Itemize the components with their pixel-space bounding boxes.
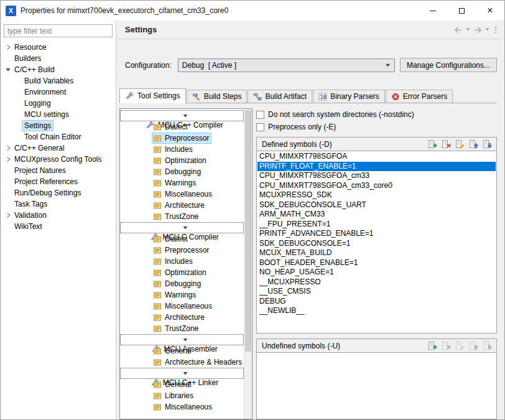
sidebar-item-mcuxpresso-config-tools[interactable]: MCUXpresso Config Tools — [1, 154, 116, 165]
tab-error-parsers[interactable]: Error Parsers — [386, 90, 453, 103]
symbol-item[interactable]: __FPU_PRESENT=1 — [257, 220, 496, 230]
symbol-item[interactable]: MCUXPRESSO_SDK — [257, 190, 496, 200]
tool-tree-item-dialect[interactable]: Dialect — [120, 233, 244, 245]
sidebar-item-c-c-general[interactable]: C/C++ General — [1, 142, 116, 154]
symbol-item[interactable]: SDK_DEBUGCONSOLE=1 — [257, 239, 496, 249]
sidebar-item-c-c-build[interactable]: C/C++ Build — [1, 64, 116, 75]
filter-input[interactable] — [4, 24, 113, 37]
tool-tree-item-optimization[interactable]: Optimization — [120, 155, 244, 166]
collapse-arrow-icon[interactable] — [180, 111, 190, 120]
edit-symbol-icon[interactable] — [455, 139, 465, 149]
move-symbol-up-icon[interactable] — [468, 139, 479, 149]
tool-tree-item-libraries[interactable]: Libraries — [120, 390, 244, 401]
tool-tree-item-miscellaneous[interactable]: Miscellaneous — [120, 401, 244, 413]
manage-configurations-button[interactable]: Manage Configurations... — [400, 58, 497, 72]
sidebar-item-validation[interactable]: Validation — [1, 210, 116, 221]
sidebar-item-mcu-settings[interactable]: MCU settings — [1, 109, 116, 120]
sidebar-item-run-debug-settings[interactable]: Run/Debug Settings — [1, 187, 116, 198]
expand-arrow-icon[interactable] — [4, 156, 12, 162]
move-symbol-down-icon[interactable] — [482, 139, 493, 149]
minimize-button[interactable] — [419, 1, 447, 21]
symbol-item[interactable]: DEBUG — [257, 297, 496, 307]
back-button[interactable] — [453, 26, 463, 34]
symbol-item[interactable]: CPU_MIMXRT798SGFOA_cm33 — [257, 171, 496, 181]
symbol-item[interactable]: CPU_MIMXRT798SGFOA_cm33_core0 — [257, 181, 496, 191]
tool-tree-item-preprocessor[interactable]: Preprocessor — [120, 245, 244, 256]
tool-tree-item-warnings[interactable]: Warnings — [120, 177, 244, 189]
tool-tree-item-includes[interactable]: Includes — [120, 256, 244, 267]
tool-tree-item-trustzone[interactable]: TrustZone — [120, 323, 244, 334]
sidebar-item-wikitext[interactable]: WikiText — [1, 221, 116, 232]
sidebar-item-task-tags[interactable]: Task Tags — [1, 198, 116, 210]
add-symbol-icon[interactable] — [427, 139, 438, 149]
sidebar-item-environment[interactable]: Environment — [1, 86, 116, 98]
sidebar-item-project-references[interactable]: Project References — [1, 176, 116, 187]
tool-tree-item-general[interactable]: General — [120, 379, 244, 390]
tab-build-steps[interactable]: Build Steps — [187, 90, 248, 103]
add-symbol-icon[interactable] — [427, 341, 438, 351]
close-button[interactable]: × — [476, 1, 504, 21]
sidebar-item-project-natures[interactable]: Project Natures — [1, 165, 116, 176]
tool-tree-item-architecture[interactable]: Architecture — [120, 200, 244, 211]
tool-tree-item-optimization[interactable]: Optimization — [120, 267, 244, 278]
configuration-select[interactable]: Debug [ Active ] — [178, 58, 395, 72]
expand-arrow-icon[interactable] — [4, 212, 12, 218]
sidebar-item-logging[interactable]: Logging — [1, 98, 116, 109]
expand-arrow-icon[interactable] — [4, 44, 12, 50]
tool-tree-item-warnings[interactable]: Warnings — [120, 289, 244, 301]
symbol-item[interactable]: ARM_MATH_CM33 — [257, 210, 496, 220]
symbol-item[interactable]: CPU_MIMXRT798SGFOA — [257, 152, 496, 162]
symbol-item[interactable]: NO_HEAP_USAGE=1 — [257, 268, 496, 278]
tool-tree-item-general[interactable]: General — [120, 345, 244, 357]
tool-tree-scrollbar[interactable] — [244, 109, 252, 419]
symbol-item[interactable]: SDK_DEBUGCONSOLE_UART — [257, 200, 496, 210]
sidebar-item-tool-chain-editor[interactable]: Tool Chain Editor — [1, 131, 116, 142]
checkbox-label[interactable]: Preprocess only (-E) — [268, 123, 336, 131]
sidebar-item-build-variables[interactable]: Build Variables — [1, 75, 116, 86]
symbol-item[interactable]: BOOT_HEADER_ENABLE=1 — [257, 258, 496, 268]
symbol-item[interactable]: MCUX_META_BUILD — [257, 248, 496, 258]
sidebar-item-builders[interactable]: Builders — [1, 53, 116, 64]
tool-tree-item-miscellaneous[interactable]: Miscellaneous — [120, 189, 244, 200]
symbol-item[interactable]: PRINTF_ADVANCED_ENABLE=1 — [257, 229, 496, 239]
tool-tree-item-mcu-c-linker[interactable]: MCU C++ Linker — [120, 368, 244, 379]
back-history-dropdown-icon[interactable] — [465, 27, 471, 32]
symbol-item[interactable]: PRINTF_FLOAT_ENABLE=1 — [257, 162, 496, 172]
collapse-arrow-icon[interactable] — [180, 335, 190, 344]
tool-tree-item-dialect[interactable]: Dialect — [120, 121, 244, 133]
delete-symbol-icon[interactable] — [441, 139, 452, 149]
symbol-item[interactable]: __MCUXPRESSO — [257, 278, 496, 287]
tool-tree-item-miscellaneous[interactable]: Miscellaneous — [120, 301, 244, 312]
tool-tree-item-architecture[interactable]: Architecture — [120, 312, 244, 323]
tool-tree-item-trustzone[interactable]: TrustZone — [120, 211, 244, 222]
tool-tree-item-mcu-assembler[interactable]: MCU Assembler — [120, 334, 244, 345]
forward-history-dropdown-icon[interactable] — [484, 27, 490, 32]
collapse-arrow-icon[interactable] — [180, 223, 190, 232]
tool-tree-item-debugging[interactable]: Debugging — [120, 166, 244, 177]
checkbox-label[interactable]: Do not search system directories (-nostd… — [268, 110, 414, 119]
maximize-button[interactable] — [447, 1, 476, 21]
tool-tree-item-mcu-c-compiler[interactable]: MCU C++ Compiler — [120, 110, 244, 121]
sidebar-item-settings[interactable]: Settings — [1, 120, 116, 131]
tab-build-artifact[interactable]: Build Artifact — [248, 90, 312, 103]
undefined-symbols-list[interactable] — [257, 353, 496, 419]
forward-button[interactable] — [473, 26, 483, 34]
collapse-arrow-icon[interactable] — [4, 67, 12, 73]
collapse-arrow-icon[interactable] — [180, 368, 190, 378]
tool-tree-item-architecture-headers[interactable]: Architecture & Headers — [120, 357, 244, 368]
symbol-item[interactable]: __USE_CMSIS — [257, 287, 496, 297]
tab-tool-settings[interactable]: Tool Settings — [119, 88, 186, 103]
tool-tree-item-preprocessor[interactable]: Preprocessor — [120, 133, 244, 144]
symbol-item[interactable]: __NEWLIB__ — [257, 306, 496, 316]
view-menu-icon[interactable]: ⋮ — [492, 24, 499, 35]
defined-symbols-list[interactable]: CPU_MIMXRT798SGFOAPRINTF_FLOAT_ENABLE=1C… — [257, 151, 496, 333]
checkbox[interactable] — [256, 123, 264, 131]
tool-tree-item-mcu-c-compiler[interactable]: MCU C Compiler — [120, 222, 244, 233]
expand-arrow-icon[interactable] — [4, 145, 12, 151]
scrollbar-thumb[interactable] — [245, 110, 251, 352]
tab-binary-parsers[interactable]: 10Binary Parsers — [313, 90, 385, 103]
tool-tree-item-includes[interactable]: Includes — [120, 144, 244, 155]
checkbox[interactable] — [256, 111, 264, 119]
sidebar-item-resource[interactable]: Resource — [1, 42, 116, 53]
tool-tree-item-debugging[interactable]: Debugging — [120, 278, 244, 289]
